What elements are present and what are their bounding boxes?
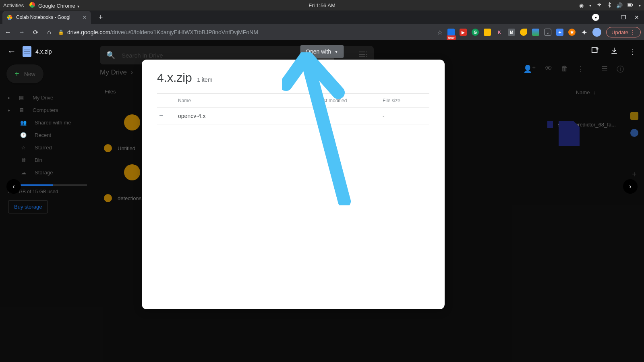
lock-icon: 🔒 [58, 29, 64, 35]
minimize-button[interactable]: — [607, 14, 613, 21]
chevron-down-icon: ▾ [77, 4, 79, 8]
download-button[interactable] [610, 47, 618, 57]
file-chip: 4.x.zip [23, 46, 52, 57]
chevron-down-icon: ▾ [589, 3, 591, 8]
drive-favicon-icon [6, 14, 13, 21]
svg-rect-3 [592, 47, 597, 52]
update-button[interactable]: Update ⋮ [606, 27, 641, 37]
more-actions-button[interactable]: ⋮ [629, 47, 637, 56]
col-modified: Last modified [318, 98, 383, 103]
maximize-button[interactable]: ❐ [621, 14, 626, 21]
extension-icon[interactable]: ▶ [460, 29, 467, 36]
modal-item-count: 1 item [197, 77, 212, 83]
volume-icon[interactable]: 🔊 [616, 2, 623, 8]
extensions-menu-icon[interactable]: ✦ [580, 29, 588, 36]
zip-file-icon [23, 46, 31, 57]
profile-avatar[interactable] [592, 28, 601, 37]
open-with-button[interactable]: Open with ▼ [300, 45, 344, 58]
svg-rect-2 [628, 4, 631, 6]
row-name: opencv-4.x [178, 113, 318, 119]
update-label: Update [611, 29, 628, 35]
nav-home-button[interactable]: ⌂ [44, 29, 54, 36]
clock[interactable]: Fri 1:56 AM [309, 2, 335, 8]
url-path: /drive/u/0/folders/1KdanjyEiHfWXTtbBJP8n… [110, 29, 258, 35]
next-file-button[interactable]: › [623, 179, 638, 194]
activities-label[interactable]: Activities [3, 2, 24, 8]
caret-down-icon: ▼ [334, 50, 338, 54]
nav-back-button[interactable]: ← [3, 29, 13, 36]
wifi-icon[interactable] [596, 2, 603, 8]
extension-icon[interactable]: ✱ [568, 29, 576, 36]
url-bar[interactable]: 🔒 drive.google.com/drive/u/0/folders/1Kd… [58, 29, 433, 35]
extension-icon[interactable] [532, 29, 539, 36]
add-to-drive-button[interactable] [591, 46, 600, 57]
close-window-button[interactable]: ✕ [634, 14, 639, 21]
extension-icon[interactable] [520, 29, 527, 36]
row-size: - [383, 113, 427, 119]
file-name: 4.x.zip [35, 48, 52, 55]
active-app-label: Google Chrome [38, 3, 75, 9]
browser-addressbar: ← → ⟳ ⌂ 🔒 drive.google.com/drive/u/0/fol… [0, 24, 644, 40]
prev-file-button[interactable]: ‹ [6, 179, 21, 194]
extension-icon[interactable] [484, 29, 491, 36]
bookmark-star-icon[interactable]: ☆ [437, 29, 443, 36]
back-button[interactable]: ← [7, 46, 16, 57]
nav-reload-button[interactable]: ⟳ [31, 29, 40, 36]
system-topbar: Activities Google Chrome ▾ Fri 1:56 AM ◉… [0, 0, 644, 10]
extension-icon[interactable]: ⌄ [544, 29, 551, 36]
extension-icon[interactable]: New [447, 29, 455, 36]
zip-preview-modal: 4.x.zip 1 item Name Last modified File s… [142, 60, 445, 309]
accessibility-icon[interactable]: ◉ [579, 2, 584, 8]
chrome-icon [29, 2, 35, 8]
table-row[interactable]: opencv-4.x - [157, 108, 429, 124]
svg-rect-1 [632, 4, 633, 6]
chevron-down-icon: ▾ [639, 3, 641, 8]
col-name: Name [178, 98, 318, 103]
url-host: drive.google.com [67, 29, 110, 35]
browser-tab[interactable]: Colab Notebooks - Googl ✕ [2, 11, 91, 24]
extension-icon[interactable]: G [472, 29, 479, 36]
bluetooth-icon[interactable] [607, 2, 611, 9]
active-app[interactable]: Google Chrome ▾ [29, 2, 79, 9]
table-header: Name Last modified File size [157, 93, 429, 108]
nav-forward-button[interactable]: → [17, 29, 27, 36]
modal-title: 4.x.zip [157, 71, 192, 85]
tab-title: Colab Notebooks - Googl [16, 14, 79, 20]
extension-icon[interactable]: ✦ [556, 29, 563, 36]
new-tab-button[interactable]: + [95, 13, 106, 22]
browser-tabbar: Colab Notebooks - Googl ✕ + ▾ — ❐ ✕ [0, 10, 644, 24]
extension-icon[interactable]: K [496, 29, 503, 36]
incognito-icon: ▾ [592, 14, 599, 21]
battery-icon[interactable] [627, 2, 633, 8]
open-with-label: Open with [306, 48, 331, 55]
col-size: File size [383, 98, 427, 103]
tab-close-icon[interactable]: ✕ [82, 14, 87, 21]
extension-icon[interactable]: M [508, 29, 515, 36]
